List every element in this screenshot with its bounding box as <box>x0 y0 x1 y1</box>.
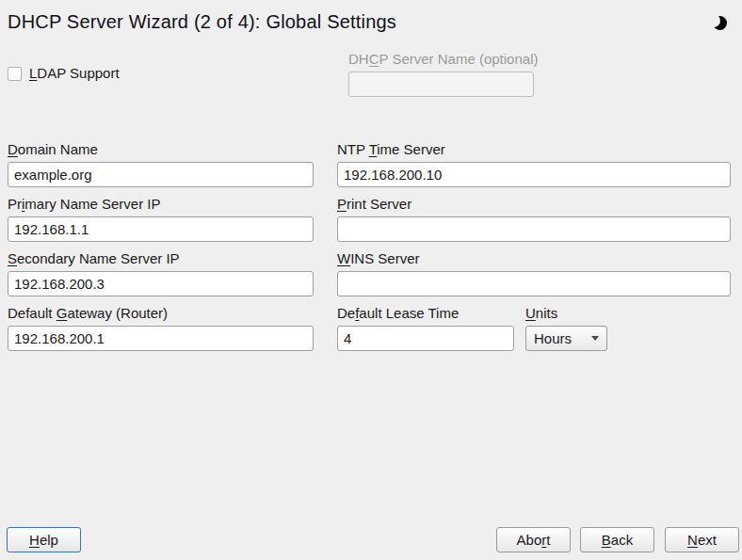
ldap-checkbox[interactable] <box>8 67 22 81</box>
print-server-input[interactable] <box>337 216 731 242</box>
print-server-label: Print Server <box>337 196 731 213</box>
dhcp-server-name-input <box>348 72 534 97</box>
lease-time-label: Default Lease Time <box>337 305 514 322</box>
ntp-server-input[interactable] <box>337 162 731 187</box>
ldap-label: LDAP Support <box>29 65 120 82</box>
dhcp-wizard-window: DHCP Server Wizard (2 of 4): Global Sett… <box>0 0 742 560</box>
primary-dns-input[interactable] <box>8 216 314 242</box>
domain-name-input[interactable] <box>8 162 314 187</box>
wins-server-label: WINS Server <box>337 250 731 267</box>
primary-dns-label: Primary Name Server IP <box>8 196 314 213</box>
ldap-support-row: LDAP Support <box>8 65 120 82</box>
dhcp-server-name-label: DHCP Server Name (optional) <box>348 51 534 68</box>
wins-server-input[interactable] <box>337 271 731 296</box>
lease-time-input[interactable] <box>337 326 514 351</box>
secondary-dns-label: Secondary Name Server IP <box>8 250 314 267</box>
units-selected-value: Hours <box>534 330 588 346</box>
units-label: Units <box>525 305 557 322</box>
next-button[interactable]: Next <box>665 527 739 552</box>
ntp-server-label: NTP Time Server <box>337 141 731 158</box>
secondary-dns-input[interactable] <box>8 271 314 296</box>
default-gateway-label: Default Gateway (Router) <box>8 305 314 322</box>
chevron-down-icon <box>591 336 599 341</box>
domain-name-label: Domain Name <box>8 141 314 158</box>
crescent-icon <box>713 16 727 30</box>
back-button[interactable]: Back <box>580 527 654 552</box>
units-dropdown[interactable]: Hours <box>525 326 607 351</box>
page-title: DHCP Server Wizard (2 of 4): Global Sett… <box>8 11 396 33</box>
abort-button[interactable]: Abort <box>496 527 571 552</box>
help-button[interactable]: Help <box>7 527 81 552</box>
default-gateway-input[interactable] <box>8 326 314 351</box>
